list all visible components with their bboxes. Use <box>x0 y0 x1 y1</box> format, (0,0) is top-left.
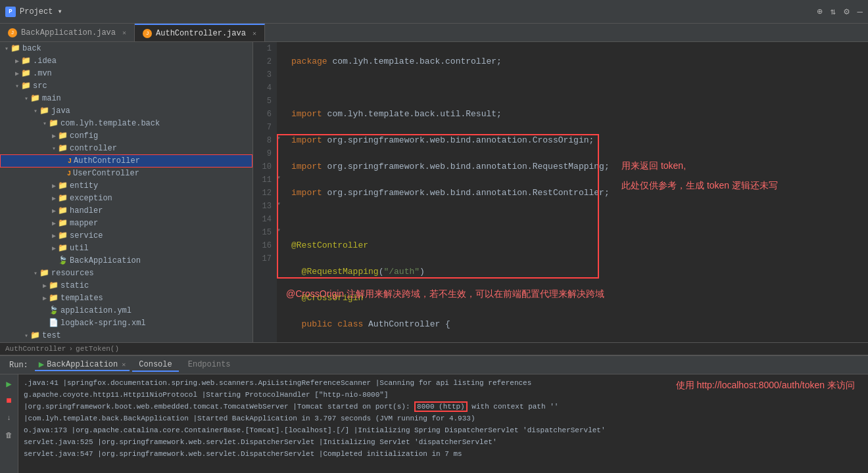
tree-item-entity[interactable]: ▶ 📁 entity <box>0 179 253 192</box>
fold-11[interactable]: ▾ <box>277 173 286 187</box>
tree-label-mvn: .mvn <box>33 69 52 78</box>
tree-item-main[interactable]: ▾ 📁 main <box>0 92 253 104</box>
tree-item-templates[interactable]: ▶ 📁 templates <box>0 292 253 304</box>
tree-item-mvn[interactable]: ▶ 📁 .mvn <box>0 67 253 79</box>
code-area: 12345 678910 1112131415 1617 ▾ ▾ ▾ ▾ pac… <box>253 42 868 342</box>
folder-icon-back: 📁 <box>11 43 20 53</box>
swap-icon[interactable]: ⇅ <box>831 6 836 17</box>
tab-close-back[interactable]: ✕ <box>122 29 126 37</box>
java-icon: J <box>8 28 17 37</box>
editor[interactable]: 12345 678910 1112131415 1617 ▾ ▾ ▾ ▾ pac… <box>253 42 868 342</box>
tree-item-java-root[interactable]: ▾ 📁 java <box>0 104 253 117</box>
console-line-5: o.java:173 |org.apache.catalina.core.Con… <box>24 424 863 436</box>
console-line-4: |com.lyh.template.back.BackApplication |… <box>24 413 863 424</box>
folder-icon-main: 📁 <box>30 93 40 103</box>
tree-label-entity: entity <box>70 181 98 191</box>
run-app-tab[interactable]: ▶ BackApplication ✕ <box>35 359 130 371</box>
tree-item-back[interactable]: ▾ 📁 back <box>0 42 253 55</box>
java-file-icon-auth: J <box>68 158 72 165</box>
run-label: Run: <box>5 361 32 370</box>
tree-item-src[interactable]: ▾ 📁 src <box>0 79 253 92</box>
console-line-3: |org.springframework.boot.web.embedded.t… <box>24 401 863 413</box>
folder-icon-exception: 📁 <box>58 193 68 203</box>
tree-item-test[interactable]: ▾ 📁 test <box>0 329 253 342</box>
folder-icon-pkg: 📁 <box>49 118 59 128</box>
fold-8[interactable]: ▾ <box>277 134 286 147</box>
code-content[interactable]: package com.lyh.template.back.controller… <box>286 42 868 342</box>
tree-item-static[interactable]: ▶ 📁 static <box>0 279 253 292</box>
fold-15[interactable]: ▾ <box>277 226 286 239</box>
console-line-2: g.apache.coyote.http11.Http11NioProtocol… <box>24 389 863 401</box>
rerun-btn[interactable]: ▶ <box>3 377 16 390</box>
breadcrumb-arrow: › <box>68 345 73 353</box>
scroll-btn[interactable]: ↓ <box>3 411 16 424</box>
stop-btn[interactable]: ■ <box>3 394 16 407</box>
arrow-test: ▾ <box>22 332 30 340</box>
line-1: package com.lyh.template.back.controller… <box>291 55 863 68</box>
tree-item-user-controller[interactable]: J UserController <box>0 168 253 179</box>
tree-label-exception: exception <box>70 194 112 203</box>
tab-back-application[interactable]: J BackApplication.java ✕ <box>0 24 135 41</box>
minimize-icon[interactable]: — <box>857 7 863 17</box>
arrow-static: ▶ <box>41 282 49 290</box>
project-title: P Project ▾ <box>5 7 62 17</box>
run-app-close[interactable]: ✕ <box>122 361 126 369</box>
arrow-handler: ▶ <box>50 207 58 215</box>
tree-item-exception[interactable]: ▶ 📁 exception <box>0 192 253 204</box>
tree-item-pkg[interactable]: ▾ 📁 com.lyh.template.back <box>0 117 253 129</box>
console-line-1: .java:41 |springfox.documentation.spring… <box>24 377 863 389</box>
run-text: Run: <box>9 361 28 370</box>
tree-item-resources[interactable]: ▾ 📁 resources <box>0 267 253 279</box>
run-play-icon: ▶ <box>39 359 44 370</box>
tree-item-controller[interactable]: ▾ 📁 controller <box>0 142 253 154</box>
console-line-7: servlet.java:547 |org.springframework.we… <box>24 448 863 460</box>
arrow-java-root: ▾ <box>32 107 39 115</box>
arrow-service: ▶ <box>50 232 58 240</box>
top-bar-tools: ⊕ ⇅ ⚙ — <box>817 6 863 17</box>
tree-label-app-yml: application.yml <box>60 306 132 315</box>
endpoints-tab[interactable]: Endpoints <box>181 359 237 372</box>
gear-icon[interactable]: ⚙ <box>844 6 849 17</box>
breadcrumb-method: getToken() <box>76 345 119 353</box>
console-tab[interactable]: Console <box>132 359 178 372</box>
tree-item-app-yml[interactable]: 🍃 application.yml <box>0 304 253 317</box>
arrow-mvn: ▶ <box>13 70 21 78</box>
folder-icon-handler: 📁 <box>58 206 68 215</box>
java-file-icon-user: J <box>67 170 71 177</box>
tree-item-auth-controller[interactable]: J AuthController <box>0 154 253 168</box>
folder-icon-service: 📁 <box>58 231 68 240</box>
tree-item-logback[interactable]: 📄 logback-spring.xml <box>0 317 253 329</box>
tree-item-handler[interactable]: ▶ 📁 handler <box>0 204 253 217</box>
java-icon-2: J <box>143 29 152 38</box>
tree-item-util[interactable]: ▶ 📁 util <box>0 242 253 254</box>
tree-item-idea[interactable]: ▶ 📁 .idea <box>0 55 253 67</box>
tree-label-config: config <box>70 131 98 141</box>
tree-label-auth-controller: AuthController <box>74 156 140 166</box>
tab-auth-controller[interactable]: J AuthController.java ✕ <box>135 24 265 41</box>
fold-13[interactable]: ▾ <box>277 200 286 213</box>
tree-label-src: src <box>33 81 47 91</box>
console-area[interactable]: .java:41 |springfox.documentation.spring… <box>18 374 868 462</box>
tree-item-service[interactable]: ▶ 📁 service <box>0 229 253 242</box>
folder-icon-test: 📁 <box>30 330 40 340</box>
tree-item-mapper[interactable]: ▶ 📁 mapper <box>0 217 253 229</box>
line-4: import org.springframework.web.bind.anno… <box>291 134 863 147</box>
tree-label-templates: templates <box>60 294 103 303</box>
folder-icon-idea: 📁 <box>21 56 31 66</box>
tree-item-config[interactable]: ▶ 📁 config <box>0 129 253 142</box>
tree-label-mapper: mapper <box>70 219 98 228</box>
sync-icon[interactable]: ⊕ <box>817 6 822 17</box>
tab-close-auth[interactable]: ✕ <box>253 30 256 37</box>
console-line-6: servlet.java:525 |org.springframework.we… <box>24 436 863 448</box>
tree-item-back-app[interactable]: 🍃 BackApplication <box>0 254 253 267</box>
line-11: public class AuthController { <box>291 318 863 331</box>
arrow-idea: ▶ <box>13 57 21 65</box>
editor-tabs: J BackApplication.java ✕ J AuthControlle… <box>0 24 868 42</box>
spring-icon: 🍃 <box>58 256 68 265</box>
clear-btn[interactable]: 🗑 <box>3 428 16 441</box>
folder-icon-java: 📁 <box>39 106 49 116</box>
tree-label-util: util <box>70 244 89 253</box>
tree-label-service: service <box>70 231 103 240</box>
tree-label-test: test <box>42 331 61 340</box>
tree-label-back-app: BackApplication <box>70 256 141 265</box>
